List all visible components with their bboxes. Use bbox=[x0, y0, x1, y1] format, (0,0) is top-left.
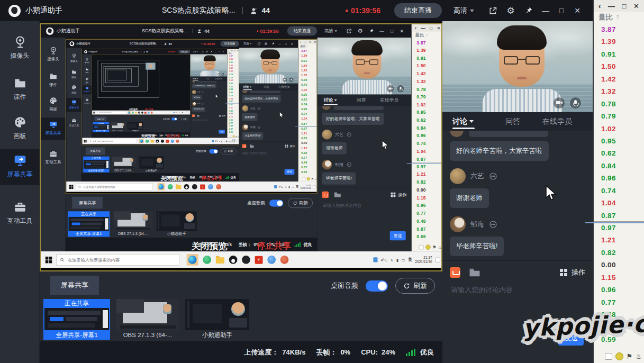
chat-input[interactable] bbox=[322, 203, 407, 208]
share-icon[interactable] bbox=[256, 42, 262, 46]
close-button[interactable]: ✕ bbox=[314, 40, 316, 43]
chat-input[interactable] bbox=[192, 119, 225, 121]
sidebar-item-screen-share[interactable]: 屏幕共享 bbox=[82, 86, 92, 95]
back-button[interactable]: ‹ bbox=[598, 2, 601, 10]
sidebar-item-screen-share[interactable]: 屏幕共享 bbox=[41, 117, 66, 140]
minimize-button[interactable]: — bbox=[377, 29, 387, 34]
quality-select[interactable]: 高清 bbox=[193, 50, 198, 52]
sidebar-item-whiteboard[interactable]: 画板 bbox=[41, 94, 66, 112]
minimize-button[interactable]: — bbox=[304, 40, 306, 43]
red-packet-icon[interactable] bbox=[242, 144, 246, 148]
actions-group[interactable]: 操作 bbox=[560, 268, 585, 277]
chat-input[interactable] bbox=[242, 151, 295, 155]
minimize-button[interactable]: — bbox=[421, 25, 425, 30]
actions-group[interactable]: 操作 bbox=[391, 192, 407, 197]
tab-discussion[interactable]: 讨论 bbox=[452, 112, 493, 131]
tab-screen-share[interactable]: 屏幕共享 bbox=[86, 147, 105, 155]
tab-screen-share[interactable]: 屏幕共享 bbox=[50, 276, 99, 295]
maximize-button[interactable]: □ bbox=[622, 2, 627, 10]
maximize-button[interactable]: □ bbox=[234, 50, 235, 52]
actions-group[interactable]: 操作 bbox=[219, 114, 225, 116]
desktop-audio-toggle[interactable] bbox=[171, 117, 177, 120]
quality-select[interactable]: 高清 bbox=[453, 6, 474, 15]
sidebar-item-whiteboard[interactable]: 画板 bbox=[82, 76, 92, 84]
pin-icon[interactable] bbox=[520, 6, 538, 15]
share-source-obs[interactable]: OBS 27.1.3 (64-... bbox=[116, 299, 179, 340]
folder-icon[interactable] bbox=[469, 268, 480, 277]
share-source-screen1[interactable]: 正在共享 全屏共享-屏幕1 bbox=[93, 122, 109, 132]
mic-toggle-icon[interactable] bbox=[397, 85, 404, 92]
maximize-button[interactable]: □ bbox=[554, 6, 569, 15]
end-live-button[interactable]: 结束直播 bbox=[178, 50, 190, 53]
sidebar-item-tools[interactable]: 互动工具 bbox=[82, 97, 92, 104]
camera-toggle-icon[interactable] bbox=[387, 85, 394, 92]
sidebar-item-tools[interactable]: 互动工具 bbox=[66, 116, 81, 128]
close-button[interactable]: ✕ bbox=[569, 6, 585, 15]
actions-group[interactable]: 操作 bbox=[285, 144, 295, 148]
tab-screen-share[interactable]: 屏幕共享 bbox=[72, 197, 103, 209]
minimize-button[interactable]: — bbox=[231, 50, 232, 52]
mic-toggle-icon[interactable] bbox=[222, 73, 224, 76]
desktop-audio-toggle[interactable] bbox=[209, 149, 217, 153]
sidebar-item-camera[interactable]: 摄像头 bbox=[82, 57, 92, 64]
sidebar-item-camera[interactable]: 摄像头 bbox=[41, 43, 66, 62]
tab-discussion[interactable]: 讨论 bbox=[243, 84, 259, 91]
refresh-button[interactable]: 刷新 bbox=[395, 278, 435, 294]
mic-toggle-icon[interactable] bbox=[570, 97, 581, 108]
desktop-audio-toggle[interactable] bbox=[269, 199, 283, 206]
refresh-button[interactable]: 刷新 bbox=[179, 117, 188, 121]
quality-select[interactable]: 高清 bbox=[243, 42, 251, 46]
sidebar-item-tools[interactable]: 互动工具 bbox=[0, 196, 40, 225]
close-button[interactable]: ✕ bbox=[633, 2, 639, 10]
maximize-button[interactable]: □ bbox=[217, 51, 221, 53]
tab-qa[interactable]: 问答 bbox=[203, 77, 213, 81]
red-packet-icon[interactable] bbox=[450, 267, 460, 278]
share-icon[interactable] bbox=[484, 6, 502, 15]
stock-column-header[interactable]: 量比 ? bbox=[412, 32, 442, 39]
folder-icon[interactable] bbox=[334, 192, 341, 197]
tab-discussion[interactable]: 讨论 bbox=[324, 95, 349, 106]
minimize-button[interactable]: — bbox=[538, 6, 554, 15]
settings-gear-icon[interactable]: ⚙ bbox=[205, 50, 209, 53]
back-button[interactable]: ‹ bbox=[415, 25, 416, 30]
maximize-button[interactable]: □ bbox=[310, 40, 311, 43]
settings-gear-icon[interactable]: ⚙ bbox=[355, 28, 366, 34]
share-source-screen1[interactable]: 正在共享 全屏共享-屏幕1 bbox=[68, 211, 110, 237]
minimize-button[interactable]: — bbox=[276, 42, 283, 45]
sidebar-item-screen-share[interactable]: 屏幕共享 bbox=[66, 98, 81, 112]
sidebar-item-courseware[interactable]: 课件 bbox=[82, 67, 92, 74]
share-source-assistant[interactable]: 小鹅通助手 bbox=[128, 122, 143, 132]
send-button[interactable]: 发送 bbox=[390, 231, 406, 241]
send-button[interactable]: 发送 bbox=[285, 169, 295, 175]
refresh-button[interactable]: 刷新 bbox=[288, 198, 313, 208]
sidebar-item-camera[interactable]: 摄像头 bbox=[0, 31, 40, 60]
share-source-assistant[interactable]: 小鹅通助手 bbox=[139, 157, 164, 173]
tab-screen-share[interactable]: 屏幕共享 bbox=[94, 116, 106, 121]
close-button[interactable]: ✕ bbox=[289, 42, 295, 45]
tab-online-students[interactable]: 在线学员 bbox=[275, 84, 294, 91]
sidebar-item-courseware[interactable]: 课件 bbox=[66, 68, 81, 79]
settings-gear-icon[interactable]: ⚙ bbox=[262, 41, 269, 46]
quality-select[interactable]: 高清 bbox=[324, 28, 337, 34]
end-live-button[interactable]: 结束直播 bbox=[220, 41, 239, 47]
sidebar-item-tools[interactable]: 互动工具 bbox=[41, 147, 66, 165]
back-button[interactable]: ‹ bbox=[300, 40, 301, 43]
back-button[interactable]: ‹ bbox=[229, 50, 229, 52]
tab-online-students[interactable]: 在线学员 bbox=[374, 95, 405, 106]
share-source-obs[interactable]: OBS 27.1.3 (64-... bbox=[114, 211, 153, 237]
folder-icon[interactable] bbox=[197, 114, 199, 116]
maximize-button[interactable]: □ bbox=[283, 42, 289, 45]
end-live-button[interactable]: 结束直播 bbox=[287, 26, 317, 36]
mic-toggle-icon[interactable] bbox=[289, 78, 293, 82]
close-button[interactable]: ✕ bbox=[437, 25, 441, 30]
minimize-button[interactable]: — bbox=[214, 51, 217, 53]
chat-input[interactable] bbox=[450, 285, 585, 294]
share-source-obs[interactable]: OBS 27.1.3 (64-... bbox=[111, 122, 126, 132]
share-source-screen1[interactable]: 正在共享 全屏共享-屏幕1 bbox=[83, 157, 109, 173]
refresh-button[interactable]: 刷新 bbox=[221, 148, 236, 155]
share-source-obs[interactable]: OBS 27.1.3 (64-... bbox=[112, 157, 136, 173]
maximize-button[interactable]: □ bbox=[387, 29, 397, 34]
minimize-button[interactable]: — bbox=[608, 2, 615, 10]
close-button[interactable]: ✕ bbox=[397, 29, 407, 34]
sidebar-item-courseware[interactable]: 课件 bbox=[41, 69, 66, 88]
